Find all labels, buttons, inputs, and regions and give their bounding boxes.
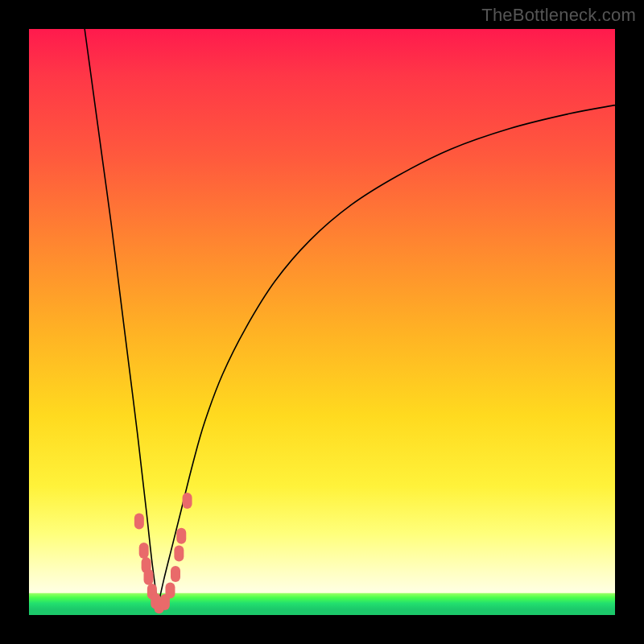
right-branch-curve: [158, 105, 615, 606]
data-marker: [183, 493, 192, 509]
curve-layer: [29, 29, 615, 615]
data-marker: [171, 566, 180, 582]
data-marker: [176, 528, 186, 544]
marker-group: [134, 493, 192, 613]
data-marker: [165, 582, 175, 598]
data-marker: [139, 543, 149, 559]
chart-frame: TheBottleneck.com: [0, 0, 644, 644]
watermark-text: TheBottleneck.com: [481, 5, 636, 26]
plot-area: [29, 29, 615, 615]
data-marker: [144, 569, 154, 585]
left-branch-curve: [85, 29, 158, 606]
data-marker: [174, 546, 184, 562]
data-marker: [134, 514, 144, 530]
